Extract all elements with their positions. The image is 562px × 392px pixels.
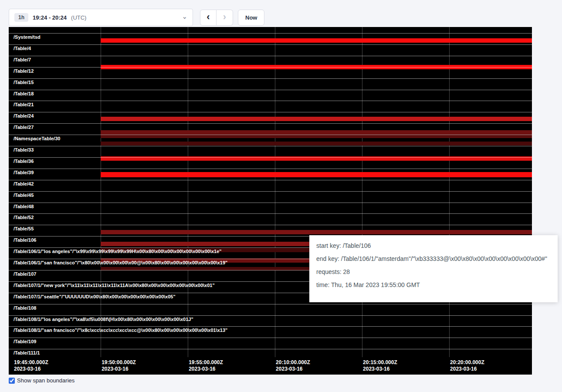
row-label: /Table/24: [14, 113, 34, 119]
heat-band: [101, 172, 532, 177]
span-boundary-line: [9, 44, 532, 45]
next-range-button[interactable]: ›: [217, 10, 233, 26]
span-boundary-line: [9, 169, 532, 169]
span-boundary-line: [9, 225, 532, 225]
now-button[interactable]: Now: [238, 10, 264, 26]
row-label: /System/tsd: [14, 34, 41, 40]
span-boundary-line: [9, 90, 532, 90]
prev-range-button[interactable]: ‹: [200, 10, 217, 26]
row-label: /Table/108: [14, 305, 36, 311]
toolbar: 1h 19:24 - 20:24 (UTC) ⌄ ‹ › Now: [9, 9, 264, 26]
row-label: /Table/107: [14, 271, 36, 277]
tooltip-requests: requests: 28: [316, 268, 551, 275]
range-timezone-label: (UTC): [71, 14, 86, 21]
row-label: /Table/106/1/"san francisco"/"\x80\x00\x…: [14, 260, 227, 266]
row-label: /Table/108/1/"los angeles"/"\xa8\xf5\u00…: [14, 317, 193, 322]
row-label: /Table/106: [14, 237, 36, 243]
key-visualizer-canvas[interactable]: /System/tsd/Table/4/Table/7/Table/12/Tab…: [9, 27, 532, 375]
row-label: /Table/33: [14, 147, 34, 153]
row-label: /Table/111/1: [14, 350, 40, 356]
row-label: /Table/12: [14, 68, 34, 74]
span-boundary-line: [9, 315, 532, 316]
row-label: /Table/27: [14, 125, 34, 130]
range-text: 19:24 - 20:24: [33, 14, 67, 21]
row-label: /Table/39: [14, 170, 34, 176]
span-boundary-line: [9, 191, 532, 192]
span-boundary-line: [9, 67, 532, 68]
row-label: /NamespaceTable/30: [14, 136, 60, 142]
span-boundary-line: [9, 56, 532, 56]
time-axis-label: 20:15:00.000Z2023-03-16: [363, 359, 397, 372]
row-label: /Table/42: [14, 181, 34, 187]
row-label: /Table/108/1/"san francisco"/"\x8c\xcc\x…: [14, 328, 227, 333]
span-boundary-line: [9, 180, 532, 180]
chevron-down-icon: ⌄: [182, 13, 187, 20]
row-label: /Table/107/1/"new york"/"\x11\x11\x11\x1…: [14, 283, 215, 288]
row-label: /Table/4: [14, 46, 31, 51]
row-label: /Table/107/1/"seattle"/"UUUUUUD\x00\x80\…: [14, 294, 176, 300]
footer: Show span boundaries: [9, 377, 74, 384]
heat-band: [101, 130, 532, 134]
span-boundary-line: [9, 123, 532, 124]
time-axis-label: 19:50:00.000Z2023-03-16: [102, 359, 136, 372]
time-gridline: [188, 27, 188, 357]
tooltip-time: time: Thu, 16 Mar 2023 19:55:00 GMT: [316, 281, 551, 288]
span-boundary-line: [9, 157, 532, 158]
time-gridline: [101, 27, 101, 357]
span-boundary-line: [9, 78, 532, 79]
span-boundary-line: [9, 33, 532, 34]
span-boundary-line: [9, 349, 532, 349]
range-nav-button-group: ‹ ›: [200, 10, 233, 26]
span-boundary-line: [9, 135, 532, 135]
row-label: /Table/45: [14, 193, 34, 198]
span-boundary-line: [9, 203, 532, 203]
show-span-boundaries-label: Show span boundaries: [17, 377, 74, 384]
tooltip-start-key: start key: /Table/106: [316, 242, 551, 249]
range-duration-badge: 1h: [14, 13, 28, 22]
span-boundary-line: [9, 338, 532, 338]
time-axis-label: 19:45:00.000Z2023-03-16: [14, 359, 48, 372]
time-range-selector[interactable]: 1h 19:24 - 20:24 (UTC) ⌄: [9, 9, 193, 26]
row-label: /Table/106/1/"los angeles"/"\x99\x99\x99…: [14, 249, 222, 254]
time-axis-label: 20:10:00.000Z2023-03-16: [276, 359, 310, 372]
span-boundary-line: [9, 146, 532, 146]
row-label: /Table/18: [14, 91, 34, 97]
row-label: /Table/7: [14, 57, 31, 63]
heat-band: [101, 38, 532, 43]
tooltip-end-key: end key: /Table/106/1/"amsterdam"/"\xb33…: [316, 255, 551, 262]
time-axis-label: 19:55:00.000Z2023-03-16: [189, 359, 223, 372]
span-boundary-line: [9, 101, 532, 101]
span-boundary-line: [9, 112, 532, 112]
heat-band: [101, 117, 532, 121]
row-label: /Table/21: [14, 102, 34, 108]
row-label: /Table/52: [14, 215, 34, 220]
row-label: /Table/15: [14, 80, 34, 85]
time-axis-label: 20:20:00.000Z2023-03-16: [450, 359, 484, 372]
heat-band: [101, 230, 532, 234]
span-boundary-line: [9, 304, 532, 304]
row-label: /Table/36: [14, 159, 34, 164]
heat-band: [101, 142, 532, 145]
span-boundary-line: [9, 213, 532, 214]
span-boundary-line: [9, 326, 532, 327]
row-label: /Table/109: [14, 339, 36, 345]
show-span-boundaries-checkbox[interactable]: [9, 378, 15, 384]
time-gridline: [362, 27, 362, 357]
row-label: /Table/55: [14, 226, 34, 232]
row-label: /Table/48: [14, 204, 34, 210]
time-gridline: [449, 27, 450, 357]
time-gridline: [275, 27, 275, 357]
hover-tooltip: start key: /Table/106 end key: /Table/10…: [309, 235, 558, 302]
